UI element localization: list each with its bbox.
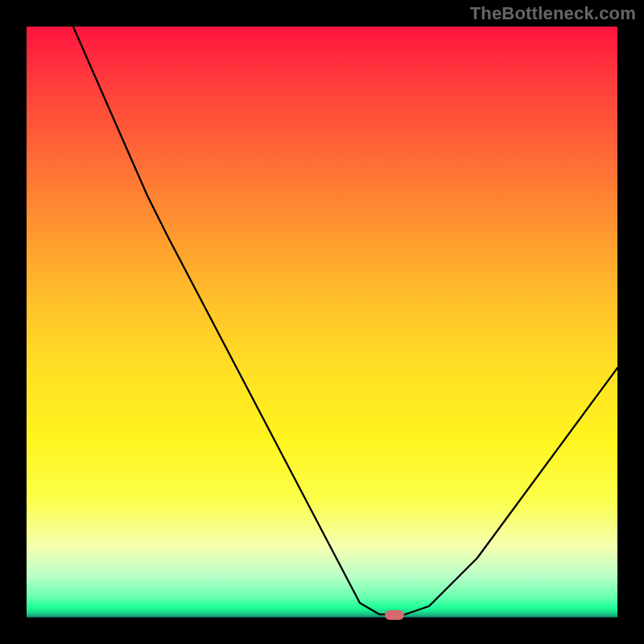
- curve-path: [72, 25, 617, 615]
- watermark-text: TheBottleneck.com: [470, 3, 636, 24]
- plot-area: [27, 27, 617, 617]
- bottleneck-curve: [27, 27, 617, 617]
- optimal-marker: [385, 610, 404, 620]
- chart-frame: TheBottleneck.com: [0, 0, 644, 644]
